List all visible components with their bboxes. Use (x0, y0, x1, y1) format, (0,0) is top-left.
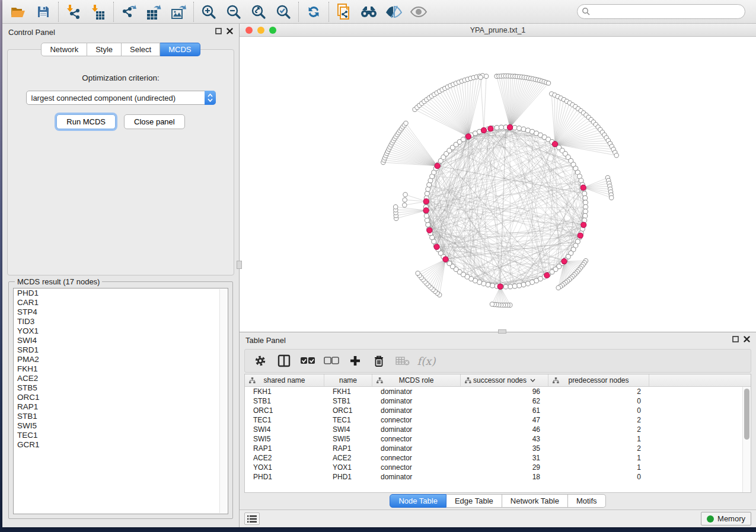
delete-icon[interactable] (368, 351, 390, 370)
mcds-result-item[interactable]: RAP1 (14, 402, 228, 412)
mcds-result-item[interactable]: STP4 (14, 307, 228, 317)
float-panel-icon[interactable] (732, 336, 739, 344)
export-image-icon[interactable] (166, 2, 191, 22)
mcds-result-item[interactable]: SWI5 (14, 421, 228, 431)
share-document-icon[interactable] (331, 2, 356, 22)
app-window: Control Panel NetworkStyleSelectMCDS Opt… (2, 0, 756, 527)
scrollbar-thumb[interactable] (744, 389, 749, 440)
tab-mcds[interactable]: MCDS (160, 43, 200, 56)
mcds-result-item[interactable]: CAR1 (14, 298, 228, 307)
table-row[interactable]: ORC1ORC1dominator610 (245, 406, 751, 415)
tab-motifs[interactable]: Motifs (568, 494, 606, 508)
table-row[interactable]: FKH1FKH1dominator962 (245, 387, 751, 396)
run-mcds-button[interactable]: Run MCDS (56, 114, 116, 129)
network-graph[interactable] (240, 37, 756, 332)
cell-successor-nodes: 61 (461, 406, 548, 415)
column-header-MCDS-role[interactable]: MCDS role (372, 374, 461, 386)
search-icon (582, 7, 590, 17)
mcds-result-title: MCDS result (17 nodes) (15, 277, 102, 286)
zoom-in-icon[interactable] (196, 2, 221, 22)
network-window-titlebar[interactable]: YPA_prune.txt_1 (240, 24, 756, 37)
cell-MCDS-role: connector (372, 435, 461, 443)
cell-MCDS-role: connector (372, 463, 461, 472)
close-panel-icon[interactable] (744, 336, 750, 344)
export-network-icon[interactable] (116, 2, 141, 22)
search-input[interactable] (577, 4, 745, 19)
split-handle-vertical[interactable] (237, 261, 242, 269)
table-row[interactable]: TEC1TEC1connector472 (245, 415, 751, 425)
mcds-result-item[interactable]: ORC1 (14, 393, 228, 402)
deselect-all-icon[interactable] (321, 351, 342, 370)
import-table-icon[interactable] (86, 2, 111, 22)
search-field-wrap (577, 4, 745, 19)
function-builder-icon-disabled: f(x) (416, 351, 437, 370)
show-columns-icon[interactable] (273, 351, 295, 370)
optimization-criterion-select[interactable]: largest connected component (undirected) (26, 91, 216, 105)
mcds-result-item[interactable]: YOX1 (14, 326, 228, 336)
table-scrollbar[interactable] (742, 387, 751, 492)
table-row[interactable]: SWI5SWI5connector431 (245, 434, 751, 444)
mcds-result-item[interactable]: STB5 (14, 383, 228, 393)
cell-shared-name: PHD1 (245, 473, 324, 481)
memory-button[interactable]: Memory (701, 512, 751, 525)
mcds-list-scrollbar[interactable] (219, 289, 227, 513)
zoom-out-icon[interactable] (221, 2, 246, 22)
import-network-icon[interactable] (61, 2, 86, 22)
memory-status-icon (707, 515, 714, 523)
eye-icon[interactable] (406, 2, 431, 22)
column-header-shared-name[interactable]: shared name (245, 374, 324, 386)
split-handle-horizontal[interactable] (498, 329, 506, 334)
tab-network[interactable]: Network (41, 43, 87, 56)
close-panel-button[interactable]: Close panel (124, 114, 185, 129)
mcds-result-item[interactable]: PMA2 (14, 355, 228, 364)
tab-network-table[interactable]: Network Table (502, 494, 568, 508)
select-stepper-icon (205, 91, 216, 105)
hide-glasses-icon[interactable] (381, 2, 406, 22)
column-header-predecessor-nodes[interactable]: predecessor nodes (548, 374, 649, 386)
cell-name: SWI5 (324, 435, 372, 443)
table-row[interactable]: SWI4SWI4dominator462 (245, 425, 751, 434)
cell-predecessor-nodes: 1 (548, 435, 649, 443)
network-canvas[interactable] (240, 37, 756, 332)
table-row[interactable]: STB1STB1dominator620 (245, 396, 751, 406)
mcds-result-item[interactable]: GCR1 (14, 440, 228, 450)
zoom-fit-icon[interactable] (246, 2, 271, 22)
control-panel-tabs: NetworkStyleSelectMCDS (41, 43, 200, 56)
control-panel-title: Control Panel (8, 28, 55, 37)
cell-shared-name: ORC1 (245, 406, 324, 415)
column-header-name[interactable]: name (324, 374, 372, 386)
mcds-result-item[interactable]: PHD1 (14, 289, 228, 298)
mcds-result-item[interactable]: TEC1 (14, 431, 228, 440)
optimization-criterion-value: largest connected component (undirected) (27, 94, 205, 102)
refresh-icon[interactable] (301, 2, 326, 22)
mcds-result-item[interactable]: TID3 (14, 317, 228, 326)
float-panel-icon[interactable] (215, 28, 222, 36)
add-icon[interactable] (344, 351, 366, 370)
mcds-tab-content: Optimization criterion: largest connecte… (7, 49, 234, 275)
open-folder-icon[interactable] (6, 2, 31, 22)
mcds-result-item[interactable]: SRD1 (14, 345, 228, 355)
settings-gear-icon[interactable] (250, 351, 271, 370)
tab-edge-table[interactable]: Edge Table (446, 494, 502, 508)
zoom-selected-icon[interactable] (271, 2, 296, 22)
tab-select[interactable]: Select (122, 43, 160, 56)
mcds-result-item[interactable]: ACE2 (14, 374, 228, 383)
select-all-icon[interactable] (297, 351, 318, 370)
save-icon[interactable] (31, 2, 56, 22)
mcds-result-item[interactable]: FKH1 (14, 364, 228, 374)
mcds-result-item[interactable]: STB1 (14, 412, 228, 421)
task-history-button[interactable] (244, 512, 260, 525)
table-row[interactable]: RAP1RAP1dominator352 (245, 444, 751, 453)
tab-style[interactable]: Style (87, 43, 122, 56)
cell-predecessor-nodes: 0 (548, 406, 649, 415)
table-row[interactable]: PHD1PHD1dominator180 (245, 472, 751, 482)
tab-node-table[interactable]: Node Table (390, 494, 446, 508)
close-panel-icon[interactable] (227, 28, 233, 36)
table-row[interactable]: YOX1YOX1connector291 (245, 463, 751, 472)
column-header-successor-nodes[interactable]: successor nodes (461, 374, 548, 386)
table-row[interactable]: ACE2ACE2connector311 (245, 453, 751, 463)
binoculars-icon[interactable] (356, 2, 381, 22)
table-panel-title: Table Panel (245, 336, 286, 345)
mcds-result-item[interactable]: SWI4 (14, 336, 228, 345)
export-table-icon[interactable] (141, 2, 166, 22)
